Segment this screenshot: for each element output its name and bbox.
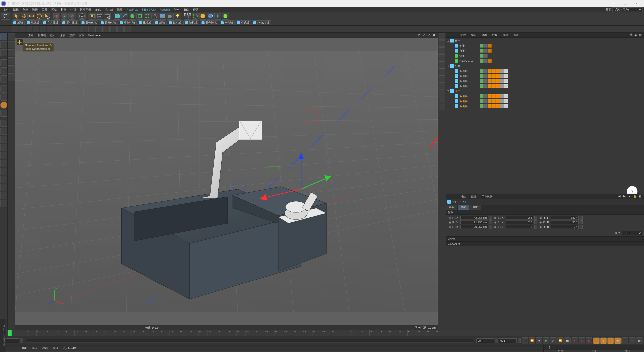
coord-sz[interactable] bbox=[506, 225, 533, 229]
obj-child-2-0[interactable]: 多边形 bbox=[446, 68, 643, 73]
next-frame-button[interactable]: ▷ bbox=[550, 337, 556, 344]
st-2[interactable] bbox=[26, 26, 32, 32]
rc-5[interactable] bbox=[439, 68, 445, 75]
menu-create[interactable]: 创建 bbox=[21, 7, 30, 12]
menu-pipeline[interactable]: 流水线 bbox=[103, 7, 115, 12]
domain-btn-6[interactable]: 环状体域 bbox=[118, 20, 137, 25]
spinner-icon[interactable] bbox=[534, 216, 537, 220]
menu-script[interactable]: 脚本 bbox=[172, 7, 181, 12]
st-10[interactable] bbox=[82, 26, 89, 32]
move-tool[interactable] bbox=[21, 13, 28, 20]
rc-8[interactable] bbox=[439, 90, 445, 96]
obj-child-3-1[interactable]: 多边形 bbox=[446, 99, 643, 104]
menu-tools[interactable]: 工具 bbox=[40, 7, 49, 12]
spinner-icon[interactable] bbox=[580, 216, 583, 220]
matgrip-icon[interactable]: ⋮⋮ bbox=[8, 346, 19, 350]
obj-child-1-1[interactable]: 台子 bbox=[446, 48, 643, 53]
lm-k[interactable] bbox=[0, 200, 7, 207]
menu-window[interactable]: 窗口 bbox=[181, 7, 191, 12]
key-param-button[interactable]: ◉ bbox=[614, 337, 621, 344]
key-pla-button[interactable]: P bbox=[621, 337, 628, 344]
primitive-cube[interactable] bbox=[114, 13, 121, 20]
material-manager[interactable] bbox=[0, 351, 543, 352]
goto-end-button[interactable]: ⏭ bbox=[564, 337, 571, 344]
obj-child-1-2[interactable]: 链条 bbox=[446, 53, 643, 58]
mode-points[interactable] bbox=[0, 59, 7, 66]
st-5[interactable] bbox=[47, 26, 53, 32]
domain-btn-7[interactable]: 线性域 bbox=[137, 20, 153, 25]
domain-btn-5[interactable]: 胶囊体域 bbox=[99, 20, 117, 25]
domain-btn-14[interactable]: Python 域 bbox=[252, 20, 271, 25]
coord-rh[interactable] bbox=[551, 216, 579, 220]
domain-btn-12[interactable]: 声音域 bbox=[219, 20, 235, 25]
lm-a[interactable] bbox=[0, 120, 7, 127]
matmenu-texture[interactable]: 纹理 bbox=[50, 346, 61, 350]
vp-menu-prorender[interactable]: ProRender bbox=[86, 33, 104, 37]
st-4[interactable] bbox=[40, 26, 46, 32]
realflow-button[interactable] bbox=[214, 13, 221, 20]
prev-key-button[interactable]: ⏪ bbox=[529, 337, 535, 344]
scale-tool[interactable] bbox=[28, 13, 35, 20]
minimize-button[interactable]: — bbox=[608, 0, 619, 7]
lt-1[interactable] bbox=[8, 41, 15, 48]
lt-0[interactable] bbox=[8, 33, 15, 40]
domain-btn-2[interactable]: 立方体域 bbox=[42, 20, 60, 25]
obj-root-2[interactable]: ⊟分裂 bbox=[446, 63, 643, 68]
mode-model[interactable] bbox=[0, 33, 7, 40]
vp-menu-options[interactable]: 选项 bbox=[58, 33, 67, 38]
menu-volume[interactable]: 体积 bbox=[68, 7, 78, 12]
coord-rb[interactable] bbox=[551, 225, 579, 229]
menu-insydium[interactable]: INSYDIUM bbox=[140, 7, 158, 12]
domain-btn-4[interactable]: 圆锥体域 bbox=[80, 20, 98, 25]
domain-btn-13[interactable]: 公式域 bbox=[235, 20, 251, 25]
attr-section-freeze[interactable]: ▸ 冻结变换 bbox=[446, 241, 644, 246]
play-forward-button[interactable]: ▶ bbox=[543, 337, 549, 344]
lm-g[interactable] bbox=[0, 168, 7, 175]
objmgr-search-icon[interactable]: 🔍 bbox=[630, 33, 633, 37]
st-9[interactable] bbox=[75, 26, 82, 32]
object-manager[interactable]: ⊟臺台 池子 台子 链条 内部立方体 ⊟分裂 多边形 多边形 多边形 多边形 ⊟… bbox=[446, 38, 644, 194]
xparticles-button[interactable] bbox=[222, 13, 229, 20]
rc-4[interactable] bbox=[439, 61, 445, 68]
st-16[interactable] bbox=[124, 26, 131, 32]
domain-btn-11[interactable]: 着色器域 bbox=[200, 20, 218, 25]
camera-button[interactable] bbox=[167, 13, 174, 20]
obj-child-1-0[interactable]: 池子 bbox=[446, 43, 643, 48]
environment-floor[interactable] bbox=[159, 13, 166, 20]
rotation-order-select[interactable]: HPB bbox=[622, 231, 642, 235]
vp-nav-pan-icon[interactable]: ✥ bbox=[418, 33, 422, 37]
vp-menu-camera[interactable]: 摄像机 bbox=[36, 33, 48, 38]
attrtab-basic[interactable]: 基本 bbox=[446, 205, 458, 210]
recent-tool[interactable] bbox=[43, 13, 50, 20]
spinner-icon[interactable] bbox=[489, 216, 492, 220]
menu-redshift[interactable]: Redshift bbox=[158, 7, 172, 12]
lt-2[interactable] bbox=[8, 49, 15, 56]
domain-btn-8[interactable]: 组域 bbox=[153, 20, 167, 25]
objtab-edit[interactable]: 编辑 bbox=[468, 33, 479, 37]
domain-btn-1[interactable]: 球体域 bbox=[25, 20, 41, 25]
menu-realflow[interactable]: RealFlow bbox=[125, 7, 140, 12]
st-14[interactable] bbox=[110, 26, 117, 32]
coord-grip-icon[interactable]: ⋮⋮ bbox=[545, 346, 551, 349]
rotate-tool[interactable] bbox=[36, 13, 43, 20]
viewport-3d[interactable]: Y Number of emitters: 0 Total live parti… bbox=[15, 38, 438, 325]
keyselection-button[interactable]: ◐ bbox=[586, 337, 592, 344]
vp-nav-orbit-icon[interactable]: ⟳ bbox=[428, 33, 432, 37]
mode-workplane[interactable] bbox=[0, 49, 7, 56]
objmgr-filter-icon[interactable]: ▤ bbox=[639, 33, 642, 37]
objtab-view[interactable]: 查看 bbox=[479, 33, 490, 37]
lm-h[interactable] bbox=[0, 176, 7, 183]
maximize-button[interactable]: ▢ bbox=[619, 0, 631, 7]
domain-btn-0[interactable]: 域域 bbox=[12, 20, 25, 25]
mode-polys[interactable] bbox=[0, 75, 7, 82]
lm-b[interactable] bbox=[0, 128, 7, 135]
objtab-file[interactable]: 文件 bbox=[458, 33, 468, 37]
key-rot-button[interactable]: R bbox=[607, 337, 614, 344]
key-pos-button[interactable]: P bbox=[593, 337, 600, 344]
mode-worksnap[interactable] bbox=[0, 102, 7, 109]
vp-nav-max-icon[interactable]: ▣ bbox=[433, 33, 437, 37]
content-browser-button[interactable] bbox=[199, 13, 206, 20]
objtab-bookmarks[interactable]: 书签 bbox=[511, 33, 521, 37]
rc-9[interactable] bbox=[439, 97, 445, 103]
globe-button[interactable] bbox=[192, 13, 199, 20]
